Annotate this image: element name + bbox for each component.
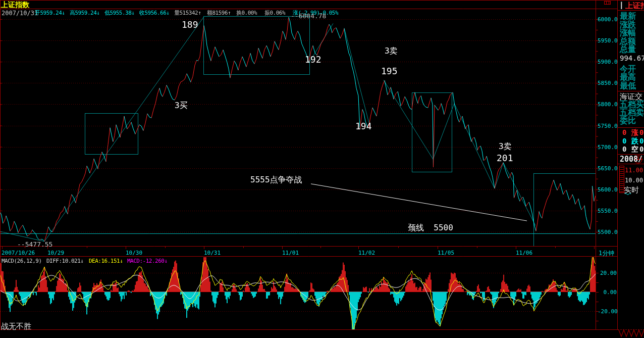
- sidebar-label-总量: 总量: [620, 45, 636, 54]
- sidebar-label-委比: 委比: [620, 117, 636, 125]
- chart-annotation-3: 3买: [175, 102, 188, 110]
- x-axis-date-1: 10/29: [47, 250, 64, 256]
- sidebar-date-label: 2008/: [620, 156, 642, 163]
- chart-annotation-9: 5555点争夺战: [250, 176, 302, 184]
- chart-canvas: [0, 0, 644, 338]
- page-title: 上证指数: [1, 1, 29, 8]
- counter-left-2: 0: [622, 146, 626, 153]
- y-axis-tick-1: 5950.0: [598, 38, 617, 43]
- y-axis-tick-8: 5600.0: [598, 187, 617, 192]
- x-axis-date-4: 11/01: [282, 250, 299, 256]
- macd-axis-tick-0: 20.00: [598, 270, 617, 276]
- macd-header-2: DEA:16.151↓: [89, 258, 123, 264]
- counter-right-0: 0: [639, 129, 643, 136]
- chart-annotation-1: --6004.78: [291, 13, 326, 19]
- y-axis-tick-4: 5800.0: [598, 102, 617, 107]
- counter-label-1: 跌: [631, 137, 638, 144]
- sidebar-label-最新: 最新: [620, 12, 636, 20]
- y-axis-tick-7: 5650.0: [598, 166, 617, 171]
- app-window: 上证指数 丨上证指数 1分钟 战无不胜 2007/10/31开5959.24↓高…: [0, 0, 644, 338]
- quote-date: 2007/10/31: [2, 10, 38, 16]
- x-axis-date-6: 11/05: [438, 250, 454, 256]
- quote-field-1: 高5959.24↓: [70, 10, 99, 16]
- quote-field-0: 开5959.24↓: [35, 10, 65, 16]
- chart-annotation-5: 195: [381, 67, 398, 76]
- slogan-text: 战无不胜: [1, 323, 31, 330]
- sidebar-total-volume-value: 994.67: [620, 55, 644, 62]
- x-axis-date-7: 11/06: [516, 250, 532, 256]
- x-axis-date-2: 10/30: [126, 250, 142, 256]
- chart-annotation-7: 3卖: [499, 142, 512, 151]
- quote-field-2: 低5955.38↓: [104, 10, 134, 16]
- sidebar-value-mid: 10.00: [625, 177, 643, 183]
- macd-axis-tick-1: 0.00: [598, 289, 617, 295]
- macd-axis-tick-2: -20.00: [598, 309, 617, 314]
- sidebar-title: 上证指数: [625, 1, 644, 10]
- y-axis-tick-5: 5750.0: [598, 123, 617, 129]
- chart-annotation-4: 3卖: [385, 47, 398, 55]
- period-selector[interactable]: 1分钟: [599, 250, 614, 256]
- counter-left-1: 0: [622, 137, 626, 144]
- chart-annotation-6: 194: [355, 122, 372, 131]
- macd-header-0: MACD(26,12,9): [2, 258, 42, 264]
- sidebar-label-最低: 最低: [620, 82, 636, 90]
- counter-label-2: 空: [631, 146, 638, 153]
- y-axis-tick-9: 5550.0: [598, 208, 617, 214]
- counter-left-0: 0: [622, 129, 626, 136]
- x-axis-date-5: 11/02: [358, 250, 375, 256]
- y-axis-tick-3: 5850.0: [598, 80, 617, 86]
- y-axis-tick-10: 5500.0: [598, 229, 617, 235]
- quote-field-6: 换0.00%: [236, 10, 257, 16]
- chart-annotation-10: 颈线 5500: [408, 224, 453, 232]
- sidebar-value-high: 11.00: [625, 167, 643, 173]
- quote-field-7: 振0.06%: [264, 10, 285, 16]
- chart-annotation-8: 201: [497, 154, 513, 163]
- sidebar-label-涨幅: 涨幅: [620, 29, 636, 37]
- chart-annotation-11: --5477.55: [17, 241, 52, 248]
- chart-annotation-0: 189: [182, 20, 198, 29]
- counter-right-2: 0: [639, 146, 643, 153]
- x-axis-date-3: 10/31: [204, 250, 221, 256]
- sidebar-header-bar: 丨: [618, 1, 625, 10]
- quote-field-4: 量515342↑: [174, 10, 201, 16]
- macd-header-1: DIFF:10.021↓: [46, 258, 83, 264]
- macd-header-3: MACD:-12.260↓: [127, 258, 168, 264]
- realtime-mode-button[interactable]: 实时: [624, 186, 639, 194]
- y-axis-tick-6: 5700.0: [598, 144, 617, 150]
- sidebar-label-最高: 最高: [620, 73, 636, 81]
- counter-right-1: 0: [639, 137, 643, 144]
- quote-field-5: 额81596↑: [207, 10, 231, 16]
- y-axis-tick-2: 5900.0: [598, 59, 617, 65]
- x-axis-date-0: 2007/10/26: [2, 250, 35, 256]
- quote-field-3: 收5956.66↓: [139, 10, 169, 16]
- counter-label-0: 涨: [631, 129, 638, 136]
- chart-annotation-2: 192: [305, 55, 321, 64]
- y-axis-tick-0: 6000.0: [598, 17, 617, 22]
- sidebar-header: 丨上证指数: [618, 1, 644, 10]
